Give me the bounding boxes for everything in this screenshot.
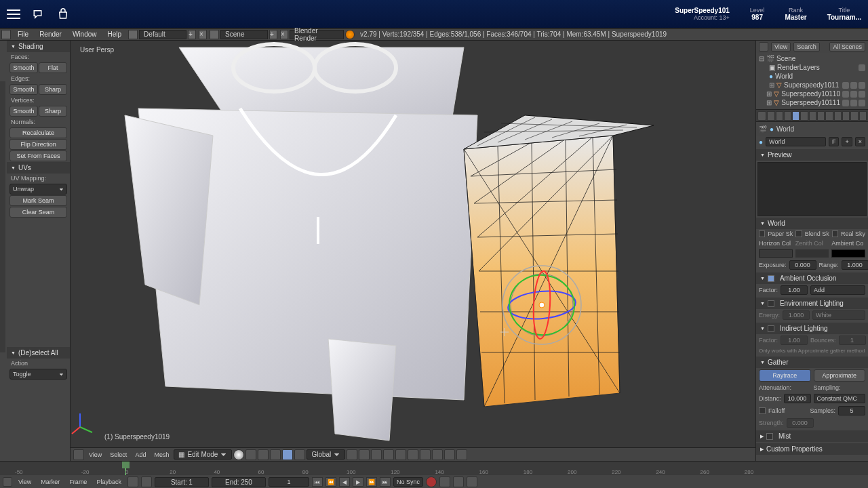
bc-world[interactable]: World [776,125,794,133]
sel-face-icon[interactable] [282,449,293,460]
keyframe-next-icon[interactable]: ⏩ [366,477,377,487]
vh-add[interactable]: Add [132,451,149,459]
scene-field[interactable]: Scene [220,30,268,39]
shading-solid-icon[interactable] [233,449,244,460]
engine-field[interactable]: Blender Render [290,30,344,39]
ao-factor-field[interactable]: 1.00 [781,285,808,295]
tab-physics[interactable] [859,111,867,121]
ao-blend-dropdown[interactable]: Add [810,285,865,295]
pivot-icon[interactable] [245,449,256,460]
zenith-color[interactable] [795,249,829,258]
snap-type-icon[interactable] [395,449,406,460]
render-preview-icon[interactable] [432,449,443,460]
end-frame-field[interactable]: End: 250 [212,477,266,487]
start-frame-field[interactable]: Start: 1 [155,477,209,487]
shop-icon[interactable] [57,8,69,20]
check-blendsky[interactable] [795,230,802,237]
panel-world[interactable]: World [756,218,868,229]
tab-particles[interactable] [850,111,858,121]
layout-del-icon[interactable]: × [199,30,207,39]
panel-custom[interactable]: Custom Properties [756,443,868,455]
gather-distance-field[interactable]: 10.000 [784,394,811,403]
cursor-icon[interactable] [850,100,857,106]
current-frame-field[interactable]: 1 [269,477,309,487]
check-mist[interactable] [766,433,773,440]
menu-window[interactable]: Window [67,29,102,39]
check-realsky[interactable] [832,230,838,237]
jump-end-icon[interactable]: ⏭ [380,477,391,487]
3d-viewport[interactable]: User Persp (1) Superspeedy1019 View Sele… [71,41,755,461]
gather-samples-field[interactable]: 5 [838,406,865,415]
keying-set-icon[interactable] [439,476,450,487]
hamburger-menu-icon[interactable] [7,9,20,19]
user-info[interactable]: SuperSpeedy101 Account: 13+ [675,7,730,21]
camera-icon[interactable] [859,91,865,98]
menu-file[interactable]: File [12,29,34,39]
autokey-icon[interactable] [426,476,437,487]
tl-frame[interactable]: Frame [66,478,90,486]
faces-smooth-button[interactable]: Smooth [9,62,38,73]
verts-sharp-button[interactable]: Sharp [39,106,67,117]
outliner-tree[interactable]: ⊟🎬Scene ▣RenderLayers ●World ⊞▽Superspee… [756,53,868,108]
vh-view[interactable]: View [85,451,105,459]
world-browse-icon[interactable]: ● [759,138,763,146]
edges-smooth-button[interactable]: Smooth [9,84,38,95]
panel-indirect[interactable]: Indirect Lighting [756,323,868,334]
layer-1-icon[interactable] [359,449,370,460]
recalculate-button[interactable]: Recalculate [9,127,67,138]
check-falloff[interactable] [759,407,766,414]
prop-editor-icon[interactable] [757,111,766,121]
tree-world[interactable]: ●World [757,72,867,81]
clear-seam-button[interactable]: Clear Seam [9,207,67,218]
outliner-view[interactable]: View [771,42,791,52]
tab-render[interactable] [767,111,774,121]
shelf-tabs[interactable] [0,81,5,352]
gather-raytrace-button[interactable]: Raytrace [759,369,811,382]
range-field[interactable]: 1.000 [842,260,868,270]
world-users[interactable]: F [829,137,840,146]
tree-m-2[interactable]: ⊞▽Superspeedy10111 [757,98,867,107]
exposure-field[interactable]: 0.000 [789,260,816,270]
panel-mist[interactable]: Mist [756,430,868,442]
keyframe-prev-icon[interactable]: ⏪ [326,477,336,487]
tl-marker[interactable]: Marker [37,478,63,486]
operator-action-dropdown[interactable]: Toggle [9,369,67,380]
tab-world[interactable] [792,111,800,121]
sel-edge-icon[interactable] [270,449,281,460]
scene-del-icon[interactable]: × [280,30,288,39]
gather-method-dropdown[interactable]: Constant QMC [814,394,865,403]
cursor-icon[interactable] [850,82,857,89]
camera-icon[interactable] [859,82,865,89]
layer-lock-icon[interactable] [371,449,382,460]
tl-follow-icon[interactable] [141,476,152,487]
eye-icon[interactable] [842,100,849,106]
operator-panel-header[interactable]: (De)select All [7,347,70,359]
world-add[interactable]: + [842,137,852,146]
camera-icon[interactable] [859,100,865,106]
tree-m-1[interactable]: ⊞▽Superspeedy10110 [757,89,867,98]
prop-falloff-icon[interactable] [420,449,431,460]
play-icon[interactable]: ▶ [353,477,363,487]
panel-ao[interactable]: Ambient Occlusion [756,272,868,284]
panel-shading[interactable]: Shading [7,41,70,52]
layout-browse-icon[interactable] [128,30,138,39]
key-delete-icon[interactable] [467,476,477,487]
vh-select[interactable]: Select [106,451,130,459]
orientation-dropdown[interactable]: Global⏷ [307,449,345,460]
tab-modifiers[interactable] [817,111,825,121]
panel-preview[interactable]: Preview [756,149,868,161]
tab-layers[interactable] [776,111,783,121]
sync-dropdown[interactable]: No Sync [393,477,423,487]
tl-playback[interactable]: Playback [93,478,125,486]
tab-constraints[interactable] [809,111,816,121]
horizon-color[interactable] [759,249,793,258]
outliner-search[interactable]: Search [793,42,820,52]
tree-m-0[interactable]: ⊞▽Superspeedy1011 [757,81,867,89]
panel-uvs[interactable]: UVs [7,162,70,174]
pin-icon[interactable] [859,64,865,71]
check-papersky[interactable] [759,230,765,237]
editor-type-icon[interactable] [1,30,11,39]
layout-add-icon[interactable]: + [188,30,196,39]
menu-help[interactable]: Help [102,29,127,39]
unwrap-dropdown[interactable]: Unwrap [9,184,67,195]
